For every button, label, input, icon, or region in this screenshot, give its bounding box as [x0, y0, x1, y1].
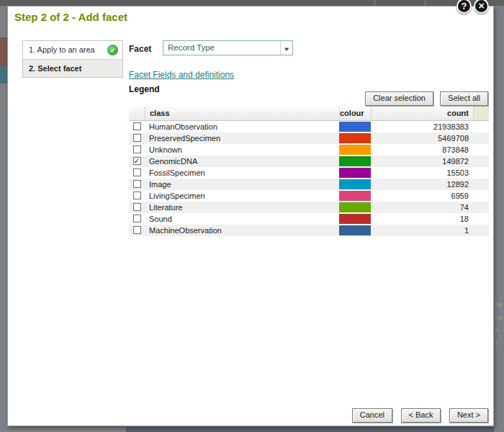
wizard-steps: 1. Apply to an area ✓ 2. Select facet	[22, 40, 123, 78]
row-checkbox-cell	[129, 179, 145, 190]
count-header-accent-cell	[473, 107, 489, 120]
class-column-header: class	[145, 107, 339, 120]
row-colour-cell	[339, 213, 371, 225]
colour-swatch	[339, 145, 371, 155]
row-checkbox[interactable]	[133, 180, 141, 188]
row-checkbox-cell	[129, 121, 145, 132]
back-button[interactable]: < Back	[401, 408, 441, 423]
colour-swatch	[339, 179, 371, 189]
checkbox-column-header	[129, 107, 145, 120]
table-row: Sound18	[129, 213, 489, 225]
row-count-value: 1	[371, 225, 473, 236]
row-colour-cell	[339, 225, 371, 236]
row-count-value: 21938383	[371, 121, 473, 132]
row-class-label: Unknown	[145, 144, 339, 156]
row-checkbox-cell	[129, 202, 145, 213]
legend-table: class colour count HumanObservation21938…	[129, 107, 489, 236]
row-count-value: 12892	[371, 179, 473, 190]
facet-dropdown-value: Record Type	[168, 41, 215, 55]
row-checkbox[interactable]: ✓	[133, 157, 141, 165]
dialog-drop-shadow	[126, 427, 494, 432]
table-row: Literature74	[129, 202, 489, 213]
row-count-value: 873848	[371, 144, 473, 156]
table-row: ✓GenomicDNA149872	[129, 156, 489, 167]
dimmed-map-label: Sy	[495, 301, 504, 308]
colour-swatch	[339, 156, 371, 166]
colour-swatch	[339, 214, 371, 224]
row-colour-cell	[339, 179, 371, 190]
wizard-step-label: 2. Select facet	[29, 64, 81, 73]
row-colour-cell	[339, 144, 371, 156]
row-class-label: HumanObservation	[145, 121, 339, 132]
row-class-label: MachineObservation	[145, 225, 339, 236]
cancel-button[interactable]: Cancel	[352, 408, 392, 423]
table-row: Unknown873848	[129, 144, 489, 156]
row-class-label: Literature	[145, 202, 339, 213]
row-class-label: FossilSpecimen	[145, 167, 339, 179]
row-class-label: Image	[145, 179, 339, 190]
row-count-value: 5469708	[371, 132, 473, 144]
facet-dropdown[interactable]: Record Type ▼	[163, 40, 293, 55]
row-colour-cell	[339, 132, 371, 144]
facet-fields-link[interactable]: Facet Fields and definitions	[129, 70, 234, 80]
row-checkbox[interactable]	[133, 122, 141, 130]
wizard-step-label: 1. Apply to an area	[29, 45, 95, 54]
add-facet-dialog: Step 2 of 2 - Add facet 1. Apply to an a…	[7, 6, 494, 426]
colour-swatch	[339, 225, 371, 235]
table-row: PreservedSpecimen5469708	[129, 132, 489, 144]
chrome-divider	[425, 0, 426, 6]
row-checkbox-cell	[129, 132, 145, 144]
legend-table-body: HumanObservation21938383PreservedSpecime…	[129, 121, 489, 236]
wizard-step-apply-to-area[interactable]: 1. Apply to an area ✓	[23, 41, 122, 59]
row-checkbox[interactable]	[133, 192, 141, 199]
row-class-label: Sound	[145, 213, 339, 225]
colour-swatch	[339, 191, 371, 201]
table-row: FossilSpecimen15503	[129, 167, 489, 179]
row-checkbox-cell: ✓	[129, 156, 145, 167]
colour-swatch	[339, 122, 371, 132]
table-row: LivingSpecimen6959	[129, 190, 489, 202]
facet-label: Facet	[129, 44, 151, 54]
dimmed-map-label: rra	[495, 314, 504, 321]
clear-selection-button[interactable]: Clear selection	[365, 91, 433, 106]
row-colour-cell	[339, 190, 371, 202]
row-count-value: 149872	[371, 156, 473, 167]
dialog-title: Step 2 of 2 - Add facet	[14, 11, 127, 23]
wizard-step-select-facet[interactable]: 2. Select facet	[23, 59, 122, 77]
dimmed-map-patch	[0, 37, 7, 66]
row-class-label: LivingSpecimen	[145, 190, 339, 202]
count-column-header: count	[371, 107, 473, 120]
row-colour-cell	[339, 167, 371, 179]
table-row: HumanObservation21938383	[129, 121, 489, 132]
row-checkbox-cell	[129, 167, 145, 179]
dimmed-map-label: T	[495, 340, 504, 347]
row-colour-cell	[339, 156, 371, 167]
row-checkbox-cell	[129, 225, 145, 236]
row-checkbox[interactable]	[133, 134, 141, 142]
chevron-down-icon[interactable]: ▼	[280, 41, 292, 55]
row-colour-cell	[339, 121, 371, 132]
row-checkbox[interactable]	[133, 215, 141, 222]
row-checkbox-cell	[129, 144, 145, 156]
selection-button-group: Clear selection Select all	[361, 91, 488, 106]
row-colour-cell	[339, 202, 371, 213]
next-button[interactable]: Next >	[449, 408, 488, 423]
legend-table-header: class colour count	[129, 107, 489, 121]
row-checkbox[interactable]	[133, 168, 141, 176]
colour-column-header: colour	[339, 107, 371, 120]
row-count-value: 15503	[371, 167, 473, 179]
table-row: MachineObservation1	[129, 225, 489, 236]
row-checkbox[interactable]	[133, 203, 141, 211]
row-checkbox[interactable]	[133, 145, 141, 153]
dimmed-map-label: A	[495, 327, 504, 334]
chrome-divider	[374, 0, 375, 6]
row-checkbox[interactable]	[133, 226, 141, 234]
legend-heading: Legend	[129, 84, 160, 94]
top-chrome-bar	[0, 0, 504, 6]
row-checkbox-cell	[129, 213, 145, 225]
row-class-label: GenomicDNA	[145, 156, 339, 167]
colour-swatch	[339, 133, 371, 143]
select-all-button[interactable]: Select all	[440, 91, 488, 106]
row-checkbox-cell	[129, 190, 145, 202]
step-complete-check-icon: ✓	[107, 45, 118, 55]
